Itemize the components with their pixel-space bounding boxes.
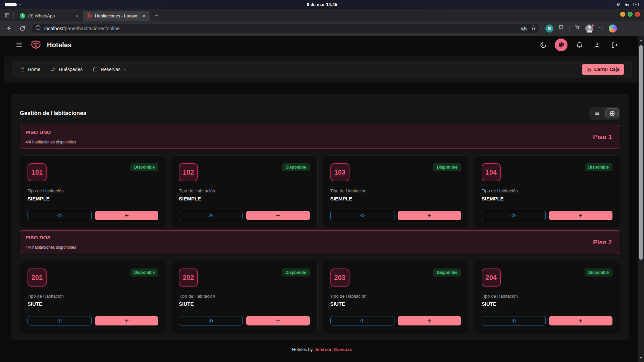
room-number-badge: 203 bbox=[330, 268, 350, 287]
status-badge: Disponible bbox=[130, 163, 158, 171]
system-top-bar: 8 de mar 14:45 bbox=[0, 0, 644, 9]
room-type-label: Tipo de Habitación bbox=[330, 188, 461, 193]
profile-avatar[interactable] bbox=[585, 24, 593, 33]
favorites-bar-icon[interactable] bbox=[574, 24, 581, 32]
profile-icon[interactable] bbox=[591, 39, 602, 51]
translate-icon[interactable]: aあ bbox=[520, 25, 527, 32]
nav-item-reservas[interactable]: Reservas bbox=[93, 67, 127, 72]
grid-view-button[interactable] bbox=[605, 108, 619, 118]
toolbar-menu-icon[interactable] bbox=[598, 25, 604, 32]
workspace-indicator[interactable] bbox=[5, 3, 21, 6]
dark-mode-toggle[interactable] bbox=[537, 39, 549, 51]
extension-icon[interactable] bbox=[545, 24, 553, 33]
view-room-button[interactable] bbox=[482, 316, 546, 325]
room-card-201: 201Disponible Tipo de Habitación SIUTE bbox=[20, 261, 166, 333]
cerrar-caja-button[interactable]: Cerrar Caja bbox=[582, 64, 625, 75]
footer-author-link[interactable]: Jeferson Coveñas bbox=[314, 347, 352, 352]
logout-icon[interactable] bbox=[608, 39, 620, 51]
nav-label: Reservas bbox=[101, 67, 120, 72]
room-number-badge: 201 bbox=[28, 268, 47, 287]
view-room-button[interactable] bbox=[330, 211, 394, 220]
add-reservation-button[interactable] bbox=[549, 211, 612, 220]
tab-whatsapp[interactable]: 8 (8) WhatsApp bbox=[16, 11, 83, 21]
scrollbar-down-arrow[interactable]: ▼ bbox=[638, 355, 644, 361]
workspace-dot bbox=[19, 4, 21, 5]
back-button[interactable] bbox=[4, 23, 14, 34]
room-card-101: 101Disponible Tipo de Habitación SIEMPLE bbox=[20, 156, 166, 228]
eye-icon bbox=[360, 318, 365, 323]
plus-icon bbox=[578, 318, 583, 323]
site-info-icon[interactable] bbox=[35, 25, 41, 32]
maximize-button[interactable] bbox=[628, 12, 633, 17]
eye-icon bbox=[57, 318, 62, 323]
tab-label: Habitaciones - Laravel bbox=[95, 13, 138, 18]
view-room-button[interactable] bbox=[28, 316, 92, 325]
status-badge: Disponible bbox=[585, 268, 612, 277]
view-room-button[interactable] bbox=[330, 316, 394, 325]
eye-icon bbox=[511, 318, 517, 323]
page-habitaciones: Hoteles bbox=[0, 36, 644, 362]
page-scrollbar[interactable]: ▲ ▼ bbox=[638, 36, 644, 362]
plus-icon bbox=[124, 213, 129, 218]
copilot-icon[interactable] bbox=[609, 24, 617, 33]
status-badge: Disponible bbox=[433, 163, 461, 171]
panel-head: Gestión de Habitaciones bbox=[20, 107, 620, 120]
add-reservation-button[interactable] bbox=[549, 316, 612, 325]
view-room-button[interactable] bbox=[179, 211, 243, 220]
tab-habitaciones-laravel[interactable]: Habitaciones - Laravel bbox=[83, 11, 150, 21]
add-reservation-button[interactable] bbox=[246, 316, 310, 325]
view-room-button[interactable] bbox=[28, 211, 92, 220]
reload-button[interactable] bbox=[17, 23, 28, 34]
add-reservation-button[interactable] bbox=[95, 316, 158, 325]
floor-tag: Piso 1 bbox=[593, 133, 612, 141]
room-card-202: 202Disponible Tipo de Habitación SIUTE bbox=[171, 261, 317, 333]
view-room-button[interactable] bbox=[179, 316, 243, 325]
theme-color-button[interactable] bbox=[555, 39, 568, 51]
room-number-badge: 102 bbox=[179, 163, 198, 181]
footer-text: Hoteles by bbox=[292, 347, 313, 352]
wifi-icon bbox=[615, 2, 621, 7]
nav-item-huespedes[interactable]: Huéspedes bbox=[50, 67, 83, 72]
room-type-value: SIUTE bbox=[482, 301, 612, 307]
view-room-button[interactable] bbox=[482, 211, 546, 220]
hotel-logo-icon bbox=[30, 39, 42, 51]
floor-title: PISO UNO bbox=[25, 129, 76, 135]
add-reservation-button[interactable] bbox=[246, 211, 310, 220]
nav-item-home[interactable]: Home bbox=[20, 67, 40, 72]
tab-close-icon[interactable] bbox=[73, 13, 79, 19]
chevron-down-icon bbox=[123, 67, 127, 72]
scrollbar-up-arrow[interactable]: ▲ bbox=[638, 37, 644, 43]
hamburger-menu-button[interactable] bbox=[13, 39, 25, 51]
list-view-button[interactable] bbox=[591, 108, 604, 118]
room-type-value: SIEMPLE bbox=[482, 196, 612, 201]
system-clock[interactable]: 8 de mar 14:45 bbox=[307, 2, 337, 7]
floor-title: PISO DOS bbox=[25, 235, 76, 240]
close-button[interactable] bbox=[635, 12, 640, 17]
window-controls bbox=[620, 12, 640, 17]
tab-overview-button[interactable] bbox=[3, 11, 11, 19]
plus-icon bbox=[275, 213, 281, 218]
system-tray[interactable] bbox=[615, 2, 639, 7]
add-reservation-button[interactable] bbox=[398, 211, 461, 220]
bookmark-star-icon[interactable] bbox=[531, 25, 536, 32]
tab-close-icon[interactable] bbox=[141, 13, 147, 19]
scrollbar-thumb[interactable] bbox=[639, 45, 643, 260]
room-type-value: SIEMPLE bbox=[179, 196, 310, 201]
room-card-204: 204Disponible Tipo de Habitación SIUTE bbox=[474, 261, 620, 333]
toolbar-extensions-cluster bbox=[545, 24, 617, 33]
address-bar[interactable]: localhost/panel/habitaciones/online aあ bbox=[31, 23, 541, 34]
new-tab-button[interactable] bbox=[152, 11, 161, 19]
room-type-value: SIUTE bbox=[28, 301, 158, 307]
eye-icon bbox=[208, 213, 214, 218]
minimize-button[interactable] bbox=[620, 12, 625, 17]
plus-icon bbox=[275, 318, 281, 323]
floor-banner-text: PISO DOS 4/4 habitaciones disponibles bbox=[25, 235, 76, 250]
notifications-bell-icon[interactable] bbox=[574, 39, 585, 51]
add-reservation-button[interactable] bbox=[398, 316, 461, 325]
eye-icon bbox=[360, 213, 365, 218]
add-reservation-button[interactable] bbox=[95, 211, 158, 220]
floor-banner-piso-dos: PISO DOS 4/4 habitaciones disponibles Pi… bbox=[20, 230, 620, 254]
rooms-grid-piso-uno: 101Disponible Tipo de Habitación SIEMPLE… bbox=[20, 156, 620, 228]
extensions-puzzle-icon[interactable] bbox=[558, 24, 565, 32]
url-path: /panel/habitaciones/online bbox=[63, 26, 120, 31]
